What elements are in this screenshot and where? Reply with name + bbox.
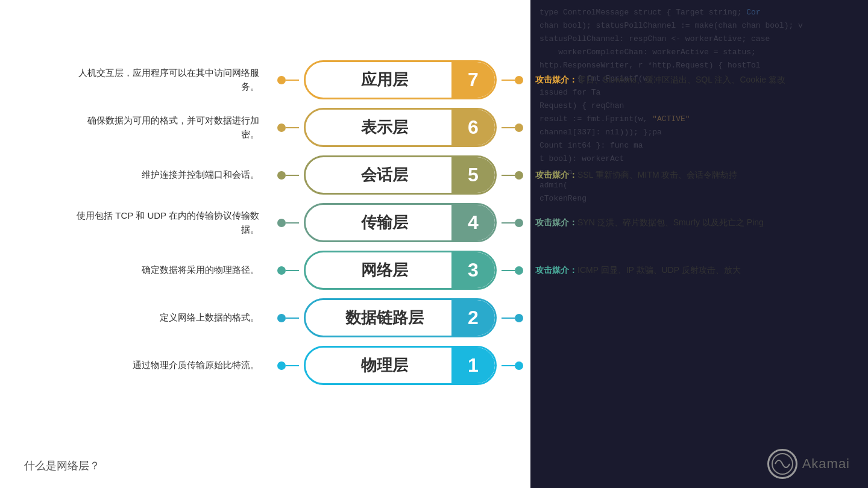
layer-3-line-right <box>502 270 515 271</box>
layer-4-pill: 传输层 4 <box>304 203 497 242</box>
akamai-brand-text: Akamai <box>802 456 850 472</box>
layer-2-pill: 数据链路层 2 <box>304 298 497 337</box>
layer-1-name: 物理层 <box>306 355 451 376</box>
layer-4-left-desc: 使用包括 TCP 和 UDP 在内的传输协议传输数据。 <box>72 209 277 236</box>
layer-4-number: 4 <box>451 205 495 240</box>
layer-3-name: 网络层 <box>306 260 451 281</box>
layer-3-attack-label: 攻击媒介： <box>535 265 577 275</box>
layer-5-attack-desc: SSL 重新协商、MITM 攻击、会话令牌劫持 <box>577 170 738 180</box>
layer-6-line-left <box>286 127 299 128</box>
layer-row-3: 确定数据将采用的物理路径。 网络层 3 攻击媒介：ICMP 回显、IP 欺骗、U… <box>72 251 796 290</box>
layer-2-line-left <box>286 318 299 319</box>
layer-2-name: 数据链路层 <box>306 307 451 328</box>
layer-7-pill: 应用层 7 <box>304 60 497 99</box>
layer-7-left-desc: 人机交互层，应用程序可以在其中访问网络服务。 <box>72 66 277 93</box>
layer-5-connector-left <box>277 171 286 180</box>
layer-7-line-left <box>286 80 299 81</box>
layer-5-attack-label: 攻击媒介： <box>535 170 577 180</box>
layer-4-attack-desc: SYN 泛洪、碎片数据包、Smurfy 以及死亡之 Ping <box>577 217 764 227</box>
layer-2-connector-right <box>515 314 523 322</box>
layer-3-connector-right <box>515 266 523 275</box>
layer-row-7: 人机交互层，应用程序可以在其中访问网络服务。 应用层 7 攻击媒介：零日、Slo… <box>72 60 796 99</box>
layer-5-pill: 会话层 5 <box>304 155 497 195</box>
akamai-logo: Akamai <box>767 449 850 479</box>
layer-7-attack-label: 攻击媒介： <box>535 75 577 84</box>
layer-1-connector-right <box>515 361 523 370</box>
layer-2-left-desc: 定义网络上数据的格式。 <box>72 311 277 325</box>
layer-6-name: 表示层 <box>306 117 451 138</box>
layer-5-name: 会话层 <box>306 164 451 186</box>
layer-4-right-desc: 攻击媒介：SYN 泛洪、碎片数据包、Smurfy 以及死亡之 Ping <box>523 216 796 229</box>
layer-3-number: 3 <box>451 252 495 288</box>
layer-4-line-right <box>502 222 515 224</box>
layer-7-right-desc: 攻击媒介：零日、Slowloris、缓冲区溢出、SQL 注入、Cookie 篡改 <box>523 73 796 86</box>
layer-6-left-desc: 确保数据为可用的格式，并可对数据进行加密。 <box>72 114 277 141</box>
layer-3-connector-left <box>277 266 286 275</box>
layer-7-attack-desc: 零日、Slowloris、缓冲区溢出、SQL 注入、Cookie 篡改 <box>577 75 785 84</box>
main-content: 人机交互层，应用程序可以在其中访问网络服务。 应用层 7 攻击媒介：零日、Slo… <box>0 0 868 488</box>
layer-5-number: 5 <box>451 157 495 193</box>
layer-7-number: 7 <box>451 62 495 98</box>
layer-4-name: 传输层 <box>306 212 451 233</box>
akamai-icon-svg <box>770 452 794 476</box>
layer-1-number: 1 <box>451 348 495 383</box>
layer-4-line-left <box>286 222 299 224</box>
layer-6-line-right <box>502 127 515 128</box>
layer-1-pill: 物理层 1 <box>304 346 497 385</box>
layer-row-1: 通过物理介质传输原始比特流。 物理层 1 <box>72 346 796 385</box>
layer-row-2: 定义网络上数据的格式。 数据链路层 2 <box>72 298 796 337</box>
layer-6-connector-left <box>277 124 286 132</box>
layer-7-name: 应用层 <box>306 69 451 90</box>
layer-5-connector-right <box>515 171 523 180</box>
layer-row-6: 确保数据为可用的格式，并可对数据进行加密。 表示层 6 <box>72 108 796 147</box>
layer-row-4: 使用包括 TCP 和 UDP 在内的传输协议传输数据。 传输层 4 攻击媒介：S… <box>72 203 796 242</box>
osi-layers-container: 人机交互层，应用程序可以在其中访问网络服务。 应用层 7 攻击媒介：零日、Slo… <box>0 60 868 385</box>
layer-3-line-left <box>286 270 299 271</box>
layer-7-line-right <box>502 80 515 81</box>
layer-1-line-left <box>286 365 299 366</box>
layer-5-left-desc: 维护连接并控制端口和会话。 <box>72 168 277 182</box>
layer-2-connector-left <box>277 314 286 322</box>
layer-4-connector-right <box>515 219 523 227</box>
layer-7-connector-left <box>277 76 286 84</box>
layer-5-line-right <box>502 175 515 176</box>
layer-2-line-right <box>502 318 515 319</box>
layer-5-right-desc: 攻击媒介：SSL 重新协商、MITM 攻击、会话令牌劫持 <box>523 168 796 181</box>
layer-1-line-right <box>502 365 515 366</box>
layer-3-left-desc: 确定数据将采用的物理路径。 <box>72 263 277 277</box>
bottom-title: 什么是网络层？ <box>24 458 100 473</box>
layer-4-connector-left <box>277 219 286 227</box>
layer-7-connector-right <box>515 76 523 84</box>
layer-6-number: 6 <box>451 110 495 145</box>
layer-2-number: 2 <box>451 300 495 336</box>
layer-1-left-desc: 通过物理介质传输原始比特流。 <box>72 358 277 372</box>
layer-3-attack-desc: ICMP 回显、IP 欺骗、UDP 反射攻击、放大 <box>577 265 741 275</box>
layer-4-attack-label: 攻击媒介： <box>535 217 577 227</box>
layer-1-connector-left <box>277 361 286 370</box>
akamai-circle-icon <box>767 449 797 479</box>
layer-6-pill: 表示层 6 <box>304 108 497 147</box>
layer-3-right-desc: 攻击媒介：ICMP 回显、IP 欺骗、UDP 反射攻击、放大 <box>523 263 796 277</box>
layer-6-connector-right <box>515 124 523 132</box>
layer-row-5: 维护连接并控制端口和会话。 会话层 5 攻击媒介：SSL 重新协商、MITM 攻… <box>72 155 796 195</box>
layer-5-line-left <box>286 175 299 176</box>
layer-3-pill: 网络层 3 <box>304 251 497 290</box>
